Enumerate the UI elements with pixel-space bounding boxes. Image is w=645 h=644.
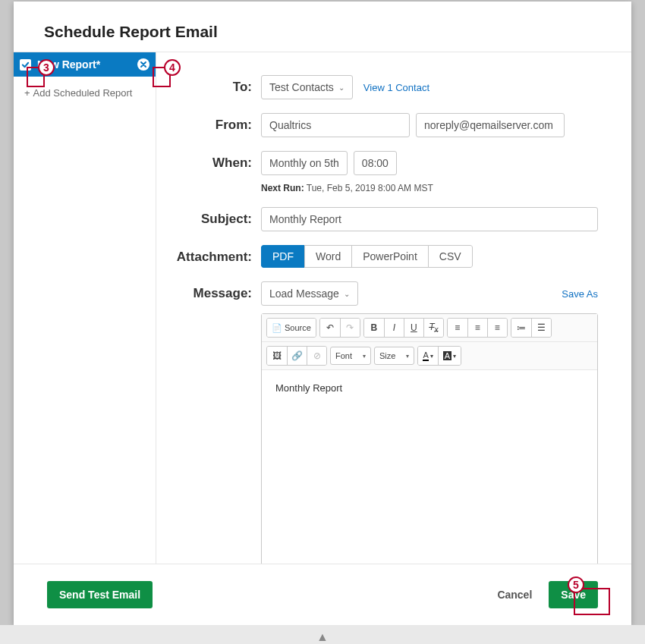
attachment-pdf[interactable]: PDF: [261, 245, 305, 268]
row-when: When: Monthly on 5th 08:00 Next Run: Tue…: [171, 151, 598, 193]
load-message-select[interactable]: Load Message ⌄: [261, 281, 358, 306]
chevron-down-icon: ⌄: [338, 83, 345, 92]
label-from: From:: [171, 113, 261, 137]
image-button[interactable]: 🖼: [267, 347, 287, 365]
add-report-label: Add Scheduled Report: [33, 87, 133, 99]
dialog-title: Schedule Report Email: [14, 2, 631, 52]
load-message-label: Load Message: [269, 287, 339, 300]
when-time-value: 08:00: [362, 157, 389, 169]
subject-input[interactable]: [261, 207, 598, 231]
align-right-button[interactable]: ≡: [487, 319, 507, 337]
dialog-body: New Report* +Add Scheduled Report To: Te…: [14, 52, 631, 564]
numbered-list-button[interactable]: ≔: [511, 319, 531, 337]
bold-button[interactable]: B: [364, 319, 384, 337]
numbered-list-icon: ≔: [517, 322, 526, 333]
attachment-word[interactable]: Word: [304, 245, 352, 268]
to-select[interactable]: Test Contacts ⌄: [261, 75, 353, 99]
row-from: From:: [171, 113, 598, 137]
label-subject: Subject:: [171, 207, 261, 231]
chevron-down-icon: ▾: [363, 353, 366, 360]
source-button[interactable]: 📄 Source: [267, 319, 316, 337]
editor-toolbar-row1: 📄 Source ↶ ↷ B I U: [262, 314, 597, 342]
link-button[interactable]: 🔗: [287, 347, 307, 365]
next-run-label: Next Run:: [261, 183, 304, 193]
align-center-button[interactable]: ≡: [467, 319, 487, 337]
save-as-link[interactable]: Save As: [562, 288, 598, 300]
italic-button[interactable]: I: [384, 319, 404, 337]
next-run-text: Next Run: Tue, Feb 5, 2019 8:00 AM MST: [261, 183, 598, 193]
when-frequency-value: Monthly on 5th: [269, 157, 339, 169]
row-to: To: Test Contacts ⌄ View 1 Contact: [171, 75, 598, 99]
align-left-icon: ≡: [455, 322, 460, 333]
form-area: To: Test Contacts ⌄ View 1 Contact From:: [156, 52, 631, 564]
add-scheduled-report-button[interactable]: +Add Scheduled Report: [14, 77, 156, 106]
size-label: Size: [379, 351, 395, 360]
report-checkbox-icon[interactable]: [20, 59, 31, 71]
modal-dialog: Schedule Report Email New Report* +Add S…: [14, 2, 631, 625]
report-tab-label: New Report*: [37, 58, 137, 71]
align-right-icon: ≡: [495, 322, 500, 333]
label-attachment: Attachment:: [171, 245, 261, 268]
bullet-list-icon: ☰: [537, 322, 546, 333]
size-select[interactable]: Size ▾: [374, 347, 414, 365]
source-label: Source: [285, 323, 311, 332]
source-icon: 📄: [272, 323, 282, 333]
bold-icon: B: [371, 322, 378, 333]
bg-color-button[interactable]: A▾: [438, 347, 461, 365]
plus-icon: +: [24, 87, 30, 99]
row-attachment: Attachment: PDF Word PowerPoint CSV: [171, 245, 598, 268]
attachment-powerpoint[interactable]: PowerPoint: [351, 245, 429, 268]
redo-button[interactable]: ↷: [340, 319, 360, 337]
align-left-button[interactable]: ≡: [448, 319, 467, 337]
to-select-value: Test Contacts: [269, 81, 334, 93]
when-frequency-select[interactable]: Monthly on 5th: [261, 151, 348, 175]
undo-button[interactable]: ↶: [320, 319, 340, 337]
bg-color-icon: A: [443, 351, 452, 360]
attachment-csv[interactable]: CSV: [428, 245, 473, 268]
unlink-button[interactable]: ⊘: [307, 347, 326, 365]
clear-format-icon: Tx: [429, 322, 438, 334]
underline-icon: U: [411, 322, 417, 333]
from-email-input[interactable]: [416, 113, 565, 137]
label-to: To:: [171, 75, 261, 99]
attachment-pill-group: PDF Word PowerPoint CSV: [261, 245, 473, 268]
image-icon: 🖼: [272, 350, 282, 361]
link-icon: 🔗: [291, 350, 303, 361]
editor-textarea[interactable]: Monthly Report: [262, 370, 597, 564]
font-label: Font: [335, 351, 352, 360]
align-center-icon: ≡: [475, 322, 480, 333]
text-color-button[interactable]: A▾: [418, 347, 437, 365]
rich-text-editor: 📄 Source ↶ ↷ B I U: [261, 313, 598, 564]
sidebar: New Report* +Add Scheduled Report: [14, 52, 156, 564]
close-icon[interactable]: [137, 58, 149, 71]
chevron-down-icon: ▾: [406, 353, 409, 360]
when-time-select[interactable]: 08:00: [354, 151, 397, 175]
dialog-footer: Send Test Email Cancel Save: [14, 564, 631, 625]
cancel-button[interactable]: Cancel: [485, 581, 544, 608]
bullet-list-button[interactable]: ☰: [531, 319, 551, 337]
view-contacts-link[interactable]: View 1 Contact: [363, 82, 429, 93]
italic-icon: I: [393, 322, 395, 333]
undo-icon: ↶: [326, 322, 334, 333]
row-subject: Subject:: [171, 207, 598, 231]
report-tab[interactable]: New Report*: [14, 52, 156, 77]
row-message: Message: Load Message ⌄ Save As: [171, 281, 598, 564]
editor-toolbar-row2: 🖼 🔗 ⊘ Font ▾ Size ▾: [262, 342, 597, 370]
redo-icon: ↷: [346, 322, 354, 333]
send-test-email-button[interactable]: Send Test Email: [47, 581, 153, 608]
label-message: Message:: [171, 281, 261, 564]
underline-button[interactable]: U: [404, 319, 423, 337]
unlink-icon: ⊘: [313, 350, 321, 361]
text-color-icon: A: [423, 350, 428, 361]
next-run-value: Tue, Feb 5, 2019 8:00 AM MST: [307, 183, 433, 193]
warning-icon: ▲: [316, 630, 329, 644]
chevron-down-icon: ⌄: [344, 290, 350, 298]
font-select[interactable]: Font ▾: [330, 347, 371, 365]
label-when: When:: [171, 151, 261, 193]
save-button[interactable]: Save: [549, 581, 598, 608]
from-name-input[interactable]: [261, 113, 410, 137]
background-strip: ▲: [0, 625, 645, 644]
clear-format-button[interactable]: Tx: [423, 319, 443, 337]
